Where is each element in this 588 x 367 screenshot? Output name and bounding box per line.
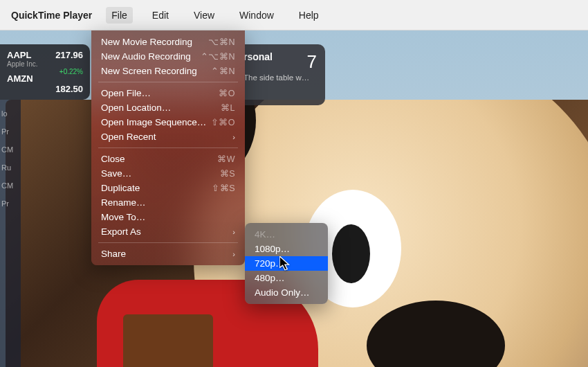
menu-open-image-sequence[interactable]: Open Image Sequence…⇧⌘O	[91, 115, 245, 129]
shortcut: ⇧⌘O	[211, 117, 235, 127]
strip-chip: Ru	[1, 163, 19, 172]
file-menu-dropdown: New Movie Recording⌥⌘N New Audio Recordi…	[91, 30, 245, 265]
menu-move-to[interactable]: Move To…	[91, 210, 245, 224]
stock-row[interactable]: AAPL 217.96 Apple Inc. +0.22%	[7, 50, 83, 68]
shortcut: ⇧⌘S	[212, 183, 235, 193]
menu-item-label: Export As	[101, 226, 141, 237]
strip-chip: Pr	[1, 199, 19, 208]
export-4k: 4K…	[245, 227, 328, 242]
menu-open-file[interactable]: Open File…⌘O	[91, 86, 245, 100]
menu-item-label: Duplicate	[101, 183, 140, 193]
chevron-right-icon: ›	[232, 250, 235, 258]
menu-item-label: Move To…	[101, 212, 145, 222]
note-title: rsonal	[244, 51, 317, 62]
menu-item-label: New Audio Recording	[101, 51, 191, 62]
menu-item-label: New Screen Recording	[101, 66, 197, 76]
export-1080p[interactable]: 1080p…	[245, 242, 328, 256]
app-name: QuickTime Player	[11, 10, 92, 21]
menu-duplicate[interactable]: Duplicate⇧⌘S	[91, 181, 245, 195]
chevron-right-icon: ›	[232, 133, 235, 141]
menu-new-screen-recording[interactable]: New Screen Recording⌃⌘N	[91, 64, 245, 78]
note-body: The side table w…	[244, 73, 317, 82]
menu-export-as[interactable]: Export As›	[91, 224, 245, 239]
menu-item-label: Save…	[101, 168, 131, 179]
menu-item-label: Share	[101, 249, 126, 259]
export-audio-only[interactable]: Audio Only…	[245, 285, 328, 300]
export-as-submenu: 4K… 1080p… 720p… 480p… Audio Only…	[245, 223, 328, 304]
note-badge: 7	[307, 51, 317, 73]
menu-close[interactable]: Close⌘W	[91, 152, 245, 166]
menu-edit[interactable]: Edit	[147, 7, 174, 24]
shortcut: ⌘W	[217, 154, 235, 164]
menu-separator	[98, 242, 238, 243]
menu-item-label: Open Image Sequence…	[101, 117, 206, 127]
stock-name: Apple Inc.	[7, 60, 83, 68]
menu-file[interactable]: File	[106, 7, 133, 24]
menu-separator	[98, 147, 238, 148]
shortcut: ⌥⌘N	[208, 37, 235, 47]
menu-share[interactable]: Share›	[91, 247, 245, 261]
menu-item-label: Rename…	[101, 197, 146, 208]
shortcut: ⌘L	[221, 102, 235, 113]
stock-price: 182.50	[55, 84, 83, 94]
menu-item-label: Open Recent	[101, 132, 156, 142]
stock-change: +0.22%	[59, 68, 83, 75]
menubar: QuickTime Player File Edit View Window H…	[0, 0, 588, 30]
strip-chip: CM	[1, 145, 19, 154]
export-480p[interactable]: 480p…	[245, 271, 328, 285]
left-blur-strip: lo Pr CM Ru CM Pr	[0, 100, 21, 367]
note-widget[interactable]: rsonal 7 The side table w…	[235, 44, 325, 105]
video-content-shape	[123, 314, 213, 367]
menu-item-label: Open Location…	[101, 102, 171, 113]
strip-chip: Pr	[1, 127, 19, 136]
menu-open-recent[interactable]: Open Recent›	[91, 129, 245, 144]
desktop: AAPL 217.96 Apple Inc. +0.22% AMZN 182.5…	[0, 30, 588, 367]
shortcut: ⌘O	[219, 88, 235, 98]
stocks-widget[interactable]: AAPL 217.96 Apple Inc. +0.22% AMZN 182.5…	[0, 44, 90, 100]
menu-separator	[98, 82, 238, 82]
shortcut: ⌃⌥⌘N	[201, 51, 235, 62]
video-content-shape	[367, 301, 505, 367]
chevron-right-icon: ›	[232, 228, 235, 236]
stock-symbol: AMZN	[7, 73, 33, 84]
menu-help[interactable]: Help	[293, 7, 324, 24]
menu-rename[interactable]: Rename…	[91, 195, 245, 210]
menu-open-location[interactable]: Open Location…⌘L	[91, 100, 245, 115]
strip-chip: lo	[1, 109, 19, 118]
menu-item-label: Close	[101, 154, 125, 164]
menu-save[interactable]: Save…⌘S	[91, 166, 245, 181]
export-720p[interactable]: 720p…	[245, 256, 328, 271]
shortcut: ⌘S	[220, 168, 235, 179]
shortcut: ⌃⌘N	[211, 66, 235, 76]
menu-window[interactable]: Window	[234, 7, 279, 24]
stock-price: 217.96	[55, 50, 83, 60]
menu-item-label: Open File…	[101, 88, 151, 98]
menu-new-audio-recording[interactable]: New Audio Recording⌃⌥⌘N	[91, 49, 245, 64]
menu-view[interactable]: View	[188, 7, 220, 24]
strip-chip: CM	[1, 181, 19, 190]
menu-new-movie-recording[interactable]: New Movie Recording⌥⌘N	[91, 35, 245, 49]
stock-symbol: AAPL	[7, 50, 31, 60]
menu-item-label: New Movie Recording	[101, 37, 192, 47]
